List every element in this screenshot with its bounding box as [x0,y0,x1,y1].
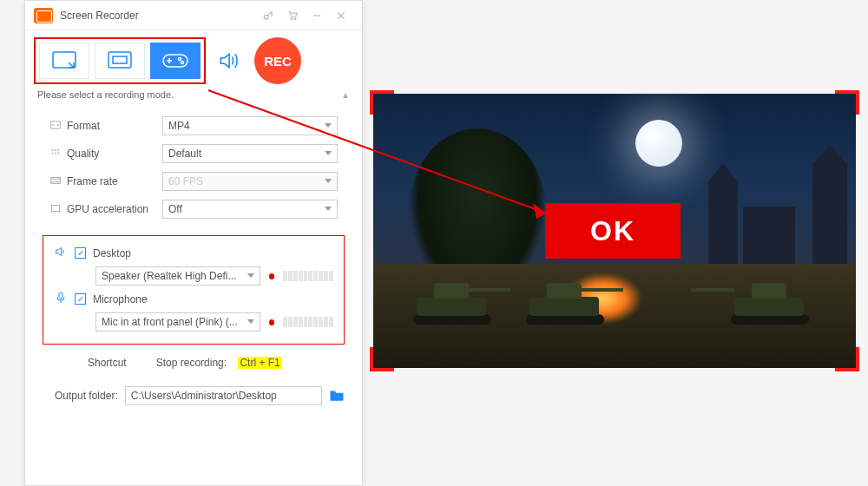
mode-bar: REC [25,30,362,84]
svg-rect-7 [108,52,131,68]
stop-hotkey: Ctrl + F1 [238,357,281,369]
output-label: Output folder: [55,390,118,402]
mic-audio-label: Microphone [93,293,148,305]
shortcut-row: Shortcut Stop recording: Ctrl + F1 [25,345,362,369]
framerate-select[interactable]: 60 FPS [162,172,338,191]
desktop-level-meter [283,271,333,281]
mode-region-button[interactable] [39,43,89,79]
record-label: REC [264,54,292,69]
svg-rect-23 [51,177,61,183]
svg-point-1 [291,18,293,20]
svg-point-19 [58,149,59,150]
crop-marker-icon[interactable] [835,90,859,115]
microphone-icon [54,291,68,307]
svg-point-13 [181,62,184,64]
gpu-icon [49,202,67,217]
tank-graphic [521,281,616,325]
desktop-rec-indicator-icon [269,273,274,279]
mode-fullscreen-button[interactable] [95,43,145,79]
collapse-caret-icon[interactable]: ▲ [341,90,350,100]
framerate-label: Frame rate [67,175,162,187]
desktop-audio-label: Desktop [93,247,131,259]
svg-point-15 [53,124,54,125]
svg-point-17 [52,149,53,150]
speaker-icon [54,245,68,261]
crop-marker-icon[interactable] [835,347,859,371]
close-button[interactable] [329,6,353,25]
titlebar: Screen Recorder [25,1,362,30]
app-logo-icon [34,8,53,23]
gpu-label: GPU acceleration [67,203,162,215]
svg-point-22 [58,153,59,154]
mode-hint-row: Please select a recording mode. ▲ [25,84,362,103]
svg-rect-29 [59,292,62,299]
key-icon[interactable] [256,6,280,25]
quality-label: Quality [67,148,162,160]
screen-recorder-window: Screen Recorder REC Please select a reco… [24,0,363,486]
svg-point-0 [264,15,268,19]
quality-icon [49,147,67,161]
moon-graphic [635,120,682,167]
shortcut-label: Shortcut [88,357,127,369]
format-select[interactable]: MP4 [162,116,338,135]
format-icon [49,119,67,134]
tank-graphic [408,281,503,325]
browse-folder-button[interactable] [329,389,345,404]
svg-rect-26 [51,205,59,211]
crop-marker-icon[interactable] [370,90,394,115]
settings-panel: Format MP4 Quality Default Frame rate 60… [25,103,362,228]
format-label: Format [67,120,162,132]
record-button[interactable]: REC [254,37,301,84]
desktop-device-select[interactable]: Speaker (Realtek High Defi... [95,266,260,286]
mic-checkbox[interactable]: ✓ [75,293,86,305]
mode-game-button[interactable] [150,43,201,79]
svg-point-20 [52,153,53,154]
sound-toggle-button[interactable] [211,43,246,79]
svg-point-18 [55,149,56,150]
desktop-checkbox[interactable]: ✓ [75,247,86,259]
ok-overlay-badge: OK [545,203,681,259]
svg-point-21 [55,153,56,154]
cart-icon[interactable] [280,6,305,25]
mic-level-meter [283,317,333,327]
app-title: Screen Recorder [60,10,139,22]
mic-device-select[interactable]: Mic in at front panel (Pink) (... [95,312,260,332]
svg-point-2 [294,18,296,20]
output-path-input[interactable]: C:\Users\Administrator\Desktop [125,386,322,405]
svg-point-16 [57,124,58,125]
stop-recording-label: Stop recording: [156,357,227,369]
svg-rect-8 [113,56,127,63]
mic-rec-indicator-icon [269,319,274,325]
mode-group-highlight [34,37,206,84]
audio-panel-highlight: ✓ Desktop Speaker (Realtek High Defi... … [43,235,345,345]
minimize-button[interactable] [305,6,329,25]
tank-graphic [726,281,821,325]
framerate-icon [49,174,67,189]
mode-hint-text: Please select a recording mode. [37,89,174,100]
gpu-select[interactable]: Off [162,200,338,219]
quality-select[interactable]: Default [162,144,338,163]
crop-marker-icon[interactable] [370,347,394,371]
output-row: Output folder: C:\Users\Administrator\De… [25,369,362,405]
svg-point-12 [179,58,181,61]
